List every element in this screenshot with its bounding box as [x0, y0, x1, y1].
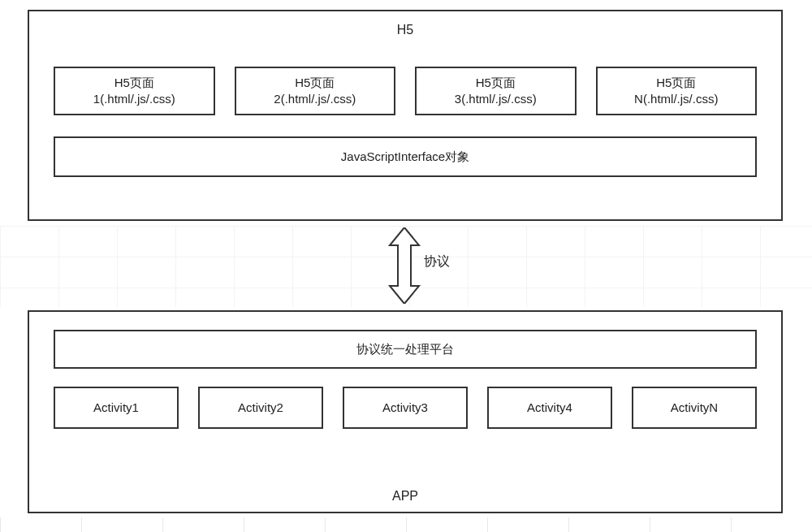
- activity-label: ActivityN: [671, 400, 718, 416]
- h5-container: H5 H5页面 1(.html/.js/.css) H5页面 2(.html/.…: [28, 10, 783, 221]
- h5-pages-row: H5页面 1(.html/.js/.css) H5页面 2(.html/.js/…: [29, 67, 781, 115]
- h5-page-name: H5页面: [295, 75, 335, 91]
- activity-box: ActivityN: [632, 387, 757, 429]
- activity-box: Activity4: [487, 387, 612, 429]
- h5-page-file: N(.html/.js/.css): [634, 91, 718, 107]
- activity-label: Activity3: [382, 400, 428, 416]
- protocol-platform-label: 协议统一处理平台: [356, 341, 454, 357]
- protocol-label: 协议: [424, 253, 450, 270]
- bottom-ticks: [0, 517, 812, 532]
- h5-title: H5: [29, 11, 781, 42]
- activity-label: Activity2: [238, 400, 283, 416]
- app-container: 协议统一处理平台 Activity1 Activity2 Activity3 A…: [28, 310, 783, 513]
- h5-page-box: H5页面 N(.html/.js/.css): [596, 67, 758, 115]
- h5-page-file: 3(.html/.js/.css): [455, 91, 537, 107]
- h5-page-file: 1(.html/.js/.css): [93, 91, 175, 107]
- activity-label: Activity1: [93, 400, 139, 416]
- protocol-platform-box: 协议统一处理平台: [54, 330, 757, 369]
- h5-page-name: H5页面: [114, 75, 154, 91]
- h5-page-box: H5页面 1(.html/.js/.css): [54, 67, 215, 115]
- activity-box: Activity3: [343, 387, 468, 429]
- h5-page-name: H5页面: [656, 75, 696, 91]
- activity-label: Activity4: [527, 400, 572, 416]
- h5-page-name: H5页面: [476, 75, 516, 91]
- app-title: APP: [29, 489, 781, 504]
- activities-row: Activity1 Activity2 Activity3 Activity4 …: [29, 387, 781, 429]
- h5-page-box: H5页面 2(.html/.js/.css): [235, 67, 396, 115]
- js-interface-label: JavaScriptInterface对象: [341, 149, 469, 165]
- h5-page-file: 2(.html/.js/.css): [274, 91, 356, 107]
- svg-marker-0: [390, 227, 419, 304]
- bidirectional-arrow-icon: [387, 227, 422, 304]
- activity-box: Activity2: [198, 387, 323, 429]
- js-interface-box: JavaScriptInterface对象: [54, 136, 757, 177]
- activity-box: Activity1: [54, 387, 179, 429]
- h5-page-box: H5页面 3(.html/.js/.css): [415, 67, 577, 115]
